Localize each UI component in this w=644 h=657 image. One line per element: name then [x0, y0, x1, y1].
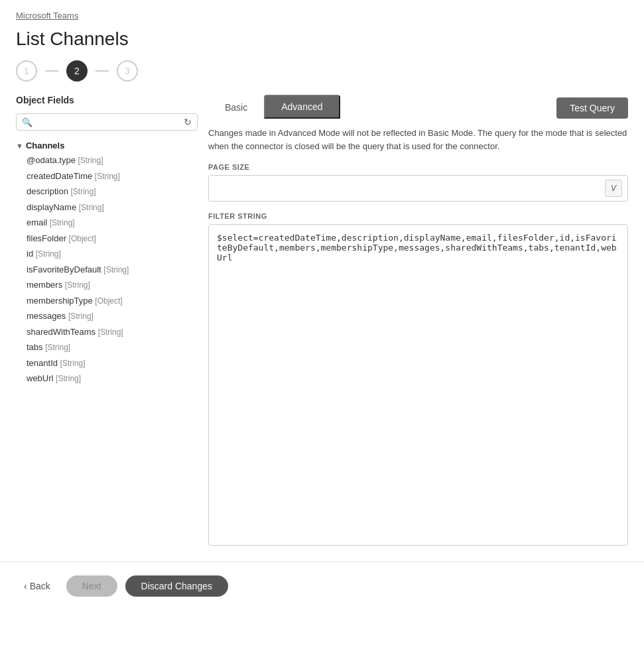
discard-changes-button[interactable]: Discard Changes: [125, 575, 228, 597]
list-item: members [String]: [27, 277, 198, 293]
object-tree: ▼ Channels @odata.type [String] createdD…: [16, 139, 198, 387]
tree-root-item[interactable]: ▼ Channels: [16, 139, 198, 152]
step-2[interactable]: 2: [66, 60, 88, 82]
back-button[interactable]: ‹ Back: [16, 575, 58, 597]
footer: ‹ Back Next Discard Changes: [0, 562, 644, 610]
notice-text: Changes made in Advanced Mode will not b…: [208, 119, 628, 152]
tab-advanced[interactable]: Advanced: [264, 95, 340, 119]
tree-root-label: Channels: [26, 141, 65, 150]
list-item: tabs [String]: [27, 339, 198, 355]
search-icon: 🔍: [22, 117, 32, 127]
list-item: @odata.type [String]: [27, 152, 198, 168]
right-panel: Basic Advanced Test Query Changes made i…: [208, 95, 628, 546]
page-size-label: PAGE SIZE: [208, 163, 628, 171]
tabs-row: Basic Advanced: [208, 95, 340, 119]
list-item: tenantId [String]: [27, 355, 198, 371]
list-item: description [String]: [27, 184, 198, 200]
list-item: displayName [String]: [27, 200, 198, 215]
list-item: isFavoriteByDefault [String]: [27, 262, 198, 278]
header-right: Test Query: [556, 97, 628, 119]
list-item: sharedWithTeams [String]: [27, 324, 198, 340]
breadcrumb: Microsoft Teams: [0, 0, 644, 21]
list-item: id [String]: [27, 246, 198, 262]
page-size-input[interactable]: [214, 184, 605, 194]
filter-textarea-wrap: $select=createdDateTime,description,disp…: [208, 224, 628, 546]
page-size-input-wrap: V: [208, 175, 628, 202]
stepper: 1 2 3: [0, 60, 644, 95]
step-3[interactable]: 3: [117, 60, 138, 82]
list-item: createdDateTime [String]: [27, 168, 198, 184]
list-item: webUrl [String]: [27, 371, 198, 387]
list-item: filesFolder [Object]: [27, 231, 198, 247]
tree-children: @odata.type [String] createdDateTime [St…: [16, 152, 198, 387]
breadcrumb-link[interactable]: Microsoft Teams: [16, 11, 78, 21]
step-1[interactable]: 1: [16, 60, 37, 82]
list-item: messages [String]: [27, 308, 198, 324]
list-item: membershipType [Object]: [27, 293, 198, 309]
left-panel-title: Object Fields: [16, 95, 198, 105]
chevron-down-icon: ▼: [16, 142, 23, 150]
left-panel: Object Fields 🔍 ↻ ▼ Channels @odata.type…: [16, 95, 208, 546]
list-item: email [String]: [27, 215, 198, 231]
variable-icon: V: [611, 184, 616, 193]
search-input[interactable]: [36, 117, 184, 127]
next-button: Next: [66, 575, 117, 597]
refresh-icon[interactable]: ↻: [184, 117, 192, 127]
back-arrow-icon: ‹: [24, 581, 27, 591]
step-divider-1: [45, 70, 58, 72]
filter-string-label: FILTER STRING: [208, 212, 628, 220]
step-divider-2: [96, 70, 109, 72]
test-query-button[interactable]: Test Query: [556, 97, 628, 119]
tab-basic[interactable]: Basic: [208, 96, 264, 119]
page-title: List Channels: [0, 21, 644, 60]
variable-button[interactable]: V: [605, 180, 622, 197]
filter-string-input[interactable]: $select=createdDateTime,description,disp…: [209, 225, 627, 543]
search-container: 🔍 ↻: [16, 113, 198, 131]
